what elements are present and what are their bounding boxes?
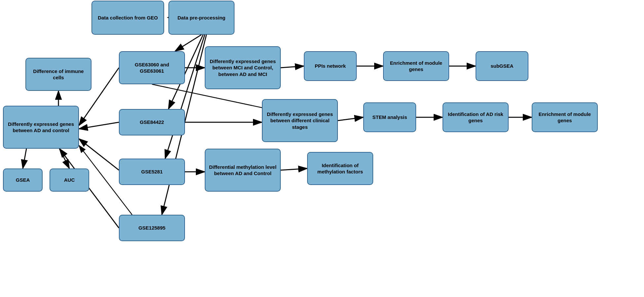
svg-line-24 — [79, 139, 119, 170]
gse125895-box: GSE125895 — [119, 215, 185, 241]
svg-line-9 — [79, 122, 119, 129]
gse63060-box: GSE63060 and GSE63061 — [119, 51, 185, 84]
svg-line-14 — [23, 149, 26, 168]
data-preprocessing-box: Data pre-processing — [168, 1, 234, 35]
deg-clinical-box: Differently expressed genes between diff… — [262, 99, 338, 142]
subgsea-box: subGSEA — [476, 51, 528, 81]
gse5281-box: GSE5281 — [119, 159, 185, 185]
stem-box: STEM analysis — [363, 102, 416, 132]
ppis-box: PPIs network — [304, 51, 357, 81]
enrichment1-box: Enrichment of module genes — [383, 51, 449, 81]
deg-methylation-box: Differential methylation level between A… — [205, 149, 281, 192]
gse84422-box: GSE84422 — [119, 109, 185, 135]
svg-line-16 — [281, 66, 304, 68]
gsea-box: GSEA — [3, 168, 43, 192]
deg-ad-control-box: Differently expressed genes between AD a… — [3, 106, 79, 149]
svg-line-15 — [59, 149, 69, 168]
svg-line-3 — [175, 35, 201, 51]
deg-mci-box: Differently expressed genes between MCI … — [205, 46, 281, 89]
enrichment2-box: Enrichment of module genes — [532, 102, 598, 132]
identification-meth-box: Identification of methylation factors — [307, 152, 373, 185]
identification-ad-box: Identification of AD risk genes — [443, 102, 509, 132]
difference-immune-box: Difference of immune cells — [25, 58, 91, 91]
auc-box: AUC — [50, 168, 89, 192]
data-collection-box: Data collection from GEO — [91, 1, 164, 35]
svg-line-22 — [281, 168, 307, 170]
svg-line-19 — [338, 117, 363, 121]
